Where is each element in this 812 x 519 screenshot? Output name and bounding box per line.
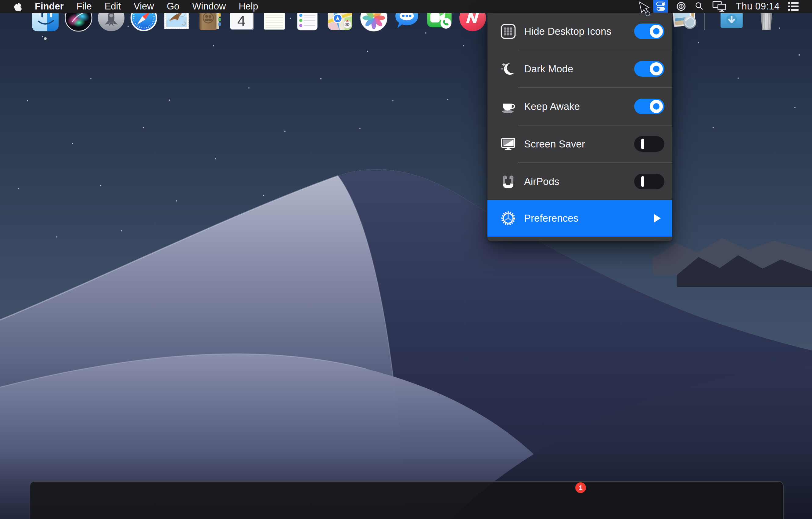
menu-go[interactable]: Go xyxy=(167,1,179,12)
one-switch-icon xyxy=(655,1,666,12)
clock-menubar-button[interactable]: Thu 09:14 xyxy=(736,0,780,13)
row-screen-saver[interactable]: Screen Saver xyxy=(488,126,672,162)
gear-icon xyxy=(500,210,516,226)
row-keep-awake[interactable]: Keep Awake xyxy=(488,88,672,125)
desktop-wallpaper xyxy=(0,0,812,519)
toggle-screen-saver[interactable] xyxy=(634,136,664,152)
search-icon xyxy=(694,1,704,11)
menu-window[interactable]: Window xyxy=(192,1,226,12)
menu-file[interactable]: File xyxy=(77,1,92,12)
running-indicator xyxy=(44,37,47,40)
apple-logo-icon xyxy=(14,2,22,11)
menu-help[interactable]: Help xyxy=(238,1,258,12)
display-icon xyxy=(500,136,516,152)
task-list-icon xyxy=(788,2,799,11)
submenu-arrow-icon xyxy=(654,214,661,223)
preferences-menu-item[interactable]: Preferences xyxy=(488,200,672,237)
apple-menu[interactable] xyxy=(14,2,22,11)
toggle-dark-mode[interactable] xyxy=(634,61,664,77)
menu-view[interactable]: View xyxy=(134,1,154,12)
row-label: AirPods xyxy=(524,176,634,187)
airpods-icon xyxy=(500,174,516,190)
clock-text: Thu 09:14 xyxy=(736,1,780,12)
toggle-keep-awake[interactable] xyxy=(634,99,664,114)
maps-3d-label: 3D xyxy=(345,23,350,26)
row-airpods[interactable]: AirPods xyxy=(488,163,672,200)
power-menubar-button[interactable] xyxy=(676,0,686,13)
preferences-label: Preferences xyxy=(524,213,654,224)
displays-menubar-button[interactable] xyxy=(712,0,728,13)
menu-app-name[interactable]: Finder xyxy=(35,1,64,12)
moon-icon xyxy=(500,61,516,77)
row-dark-mode[interactable]: Dark Mode xyxy=(488,50,672,87)
row-label: Hide Desktop Icons xyxy=(524,26,634,37)
row-hide-desktop-icons[interactable]: Hide Desktop Icons xyxy=(488,13,672,50)
toggle-hide-desktop-icons[interactable] xyxy=(634,24,664,39)
displays-icon xyxy=(712,0,728,12)
one-switch-menubar-button[interactable] xyxy=(654,0,668,13)
list-menubar-button[interactable] xyxy=(788,0,799,13)
toggle-airpods[interactable] xyxy=(634,174,664,189)
menu-edit[interactable]: Edit xyxy=(105,1,121,12)
power-circle-icon xyxy=(676,1,686,11)
row-label: Screen Saver xyxy=(524,138,634,150)
grid-icon xyxy=(500,24,516,39)
row-label: Dark Mode xyxy=(524,63,634,75)
dock xyxy=(30,481,784,519)
calendar-day: 4 xyxy=(237,12,245,29)
row-label: Keep Awake xyxy=(524,101,634,112)
spotlight-menubar-button[interactable] xyxy=(694,0,704,13)
one-switch-popover: Hide Desktop Icons Dark Mode xyxy=(488,13,672,241)
coffee-icon xyxy=(500,99,516,114)
menu-bar: Finder File Edit View Go Window Help xyxy=(0,0,812,13)
notification-badge: 1 xyxy=(575,482,586,493)
panel-footer xyxy=(488,237,672,241)
